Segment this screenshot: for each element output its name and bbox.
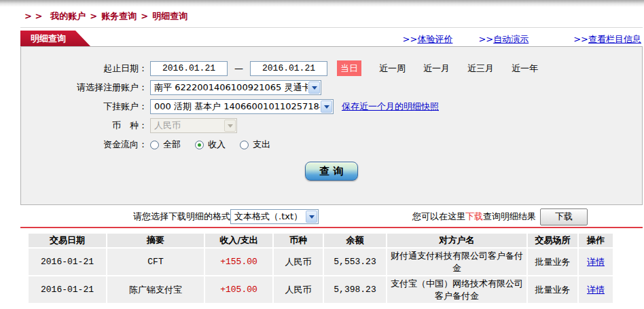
download-format-label: 请您选择下载明细的格式 <box>20 211 230 223</box>
query-form-panel: 起止日期： — 当日 近一周 近一月 近三月 近一年 请选择注册账户： 南平 6… <box>20 46 643 205</box>
cell-counterparty: 财付通支付科技有限公司客户备付金 <box>387 249 526 275</box>
fund-flow-row: 资金流向： 全部 收入 支出 <box>21 137 642 152</box>
cell-balance: 5,398.23 <box>324 276 386 303</box>
breadcrumb: > >我的账户>账务查询>明细查询 <box>24 10 644 22</box>
red-divider <box>20 227 643 228</box>
download-button[interactable]: 下载 <box>540 208 588 225</box>
cell-summary: CFT <box>107 249 204 275</box>
cell-place: 批量业务 <box>528 249 577 275</box>
flow-option-income[interactable]: 收入 <box>195 139 226 151</box>
col-balance: 余额 <box>324 234 386 247</box>
breadcrumb-separator: > <box>86 11 101 21</box>
col-income-expense: 收入/支出 <box>205 234 272 247</box>
radio-checked-icon[interactable] <box>195 141 204 149</box>
fund-flow-label: 资金流向： <box>21 139 147 151</box>
currency-label: 币 种： <box>21 120 147 132</box>
col-place: 交易场所 <box>528 234 577 247</box>
detail-link[interactable]: 详情 <box>587 257 605 267</box>
table-row: 2016-01-21 CFT +155.00 人民币 5,553.23 财付通支… <box>29 249 613 275</box>
date-range-row: 起止日期： — 当日 近一周 近一月 近三月 近一年 <box>21 60 642 76</box>
cell-balance: 5,553.23 <box>324 249 386 275</box>
experience-review-link[interactable]: >>体验评价 <box>403 33 453 46</box>
radio-icon[interactable] <box>150 141 159 149</box>
flow-option-expense-label: 支出 <box>253 139 270 151</box>
registered-account-row: 请选择注册账户： 南平 6222001406100921065 灵通卡 <box>21 80 642 95</box>
breadcrumb-divider <box>20 27 643 28</box>
col-currency: 币种 <box>274 234 323 247</box>
currency-row: 币 种： 人民币 <box>21 118 642 133</box>
cell-date: 2016-01-21 <box>29 276 106 303</box>
radio-icon[interactable] <box>240 141 249 149</box>
quick-range-last-week[interactable]: 近一周 <box>379 62 406 75</box>
sub-account-select[interactable]: 000 活期 基本户 1406600101102571848 <box>150 99 334 114</box>
cell-currency: 人民币 <box>274 276 323 303</box>
breadcrumb-separator: > <box>137 11 152 21</box>
date-range-dash: — <box>234 63 243 73</box>
quick-range-last-month[interactable]: 近一月 <box>423 62 450 75</box>
flow-option-income-label: 收入 <box>208 139 226 151</box>
tab-detail-query[interactable]: 明细查询 <box>20 31 90 46</box>
breadcrumb-prefix: > > <box>24 11 42 21</box>
cell-summary: 陈广锦支付宝 <box>107 276 204 303</box>
breadcrumb-item-my-account[interactable]: 我的账户 <box>50 11 86 21</box>
table-header-row: 交易日期 摘要 收入/支出 币种 余额 对方户名 交易场所 操作 <box>29 234 613 247</box>
date-from-input[interactable] <box>150 61 228 76</box>
query-button[interactable]: 查 询 <box>305 162 358 181</box>
download-inline-link[interactable]: 下载 <box>465 211 483 221</box>
registered-account-value: 南平 6222001406100921065 灵通卡 <box>154 81 308 94</box>
header-links: >>体验评价 >>自动演示 >>查看栏目信息 <box>403 33 641 46</box>
registered-account-label: 请选择注册账户： <box>21 81 147 94</box>
quick-range-today-badge[interactable]: 当日 <box>337 60 361 76</box>
chevron-down-icon <box>224 120 236 132</box>
breadcrumb-item-account-query[interactable]: 账务查询 <box>101 11 137 21</box>
download-format-value: 文本格式（.txt） <box>234 211 305 223</box>
download-hint: 您可以在这里下载查询明细结果 <box>412 211 536 223</box>
chevron-down-icon[interactable] <box>321 101 332 113</box>
tab-bar: 明细查询 >>体验评价 >>自动演示 >>查看栏目信息 <box>20 31 643 46</box>
col-trade-date: 交易日期 <box>29 234 106 247</box>
chevron-down-icon[interactable] <box>306 211 317 223</box>
transaction-table: 交易日期 摘要 收入/支出 币种 余额 对方户名 交易场所 操作 2016-01… <box>27 232 614 304</box>
table-row: 2016-01-21 陈广锦支付宝 +105.00 人民币 5,398.23 支… <box>29 276 613 303</box>
flow-option-all-label: 全部 <box>163 139 181 151</box>
cell-currency: 人民币 <box>274 249 323 275</box>
top-shade-divider <box>0 0 644 7</box>
quick-range-last-year[interactable]: 近一年 <box>512 62 538 75</box>
page: > >我的账户>账务查询>明细查询 明细查询 >>体验评价 >>自动演示 >>查… <box>0 0 644 309</box>
flow-option-all[interactable]: 全部 <box>150 139 181 151</box>
cell-counterparty: 支付宝（中国）网络技术有限公司客户备付金 <box>387 276 526 303</box>
cell-amount: +155.00 <box>205 249 272 275</box>
flow-option-expense[interactable]: 支出 <box>240 139 270 151</box>
col-counterparty: 对方户名 <box>387 234 526 247</box>
currency-value: 人民币 <box>154 120 223 132</box>
sub-account-value: 000 活期 基本户 1406600101102571848 <box>154 101 320 113</box>
date-to-input[interactable] <box>250 61 327 76</box>
sub-account-row: 下挂账户： 000 活期 基本户 1406600101102571848 保存近… <box>21 99 642 114</box>
cell-place: 批量业务 <box>528 276 577 303</box>
download-format-select[interactable]: 文本格式（.txt） <box>230 209 319 224</box>
registered-account-select[interactable]: 南平 6222001406100921065 灵通卡 <box>150 80 321 95</box>
download-row: 请您选择下载明细的格式 文本格式（.txt） 您可以在这里下载查询明细结果 下载 <box>20 208 643 225</box>
chevron-down-icon[interactable] <box>308 81 320 94</box>
currency-select-disabled: 人民币 <box>150 118 237 133</box>
breadcrumb-item-detail-query[interactable]: 明细查询 <box>152 11 187 21</box>
cell-amount: +105.00 <box>205 276 272 303</box>
view-column-info-link[interactable]: >>查看栏目信息 <box>573 33 641 46</box>
col-action: 操作 <box>579 234 613 247</box>
cell-date: 2016-01-21 <box>29 249 106 275</box>
quick-range-last-quarter[interactable]: 近三月 <box>467 62 494 75</box>
fund-flow-radios: 全部 收入 支出 <box>150 139 270 151</box>
col-summary: 摘要 <box>107 234 204 247</box>
auto-demo-link[interactable]: >>自动演示 <box>478 33 529 46</box>
save-monthly-snapshot-link[interactable]: 保存近一个月的明细快照 <box>342 101 439 113</box>
query-button-row: 查 询 <box>21 162 642 181</box>
sub-account-label: 下挂账户： <box>21 101 147 113</box>
date-range-label: 起止日期： <box>21 62 147 75</box>
detail-link[interactable]: 详情 <box>587 285 605 295</box>
